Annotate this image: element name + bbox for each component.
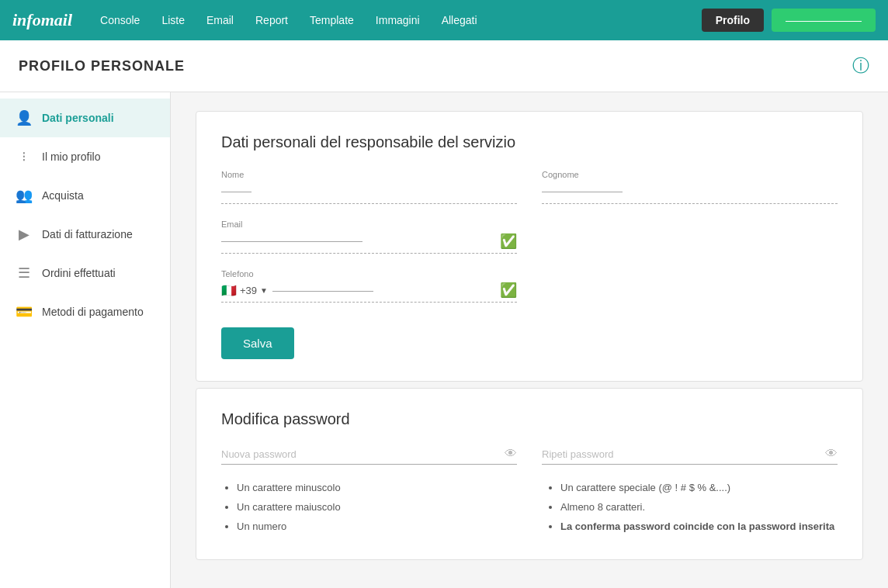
profilo-button[interactable]: Profilo (702, 9, 764, 32)
telefono-spacer (542, 269, 838, 303)
ripeti-password-eye-icon[interactable]: 👁 (825, 447, 838, 461)
change-password-title: Modifica password (221, 410, 838, 428)
email-input-wrapper: ✅ (221, 232, 517, 254)
orders-icon: ☰ (16, 265, 33, 282)
page-title: PROFILO PERSONALE (19, 58, 185, 74)
sidebar-item-il-mio-profilo[interactable]: ⁝ Il mio profilo (0, 137, 170, 176)
page-header: PROFILO PERSONALE ⓘ (0, 40, 888, 92)
logo[interactable]: infomail (12, 10, 72, 30)
phone-dropdown-arrow-icon[interactable]: ▼ (260, 286, 268, 295)
nome-label: Nome (221, 170, 517, 179)
requirements-right: Un carattere speciale (@ ! # $ % &....) … (545, 480, 838, 538)
main-layout: 👤 Dati personali ⁝ Il mio profilo 👥 Acqu… (0, 92, 888, 588)
telefono-label: Telefono (221, 269, 517, 278)
billing-icon: ▶ (16, 226, 33, 243)
sidebar: 👤 Dati personali ⁝ Il mio profilo 👥 Acqu… (0, 92, 171, 588)
nuova-password-wrapper: Nuova password 👁 (221, 447, 517, 465)
nav-liste[interactable]: Liste (152, 9, 194, 31)
user-account-button[interactable]: ——————— (772, 9, 876, 32)
help-icon[interactable]: ⓘ (852, 54, 869, 78)
phone-flag-icon: 🇮🇹 (221, 283, 237, 298)
save-row: Salva (221, 318, 838, 359)
phone-verified-icon: ✅ (500, 282, 517, 299)
phone-prefix: +39 (240, 285, 257, 296)
nome-input[interactable] (221, 182, 517, 200)
req-speciale: Un carattere speciale (@ ! # $ % &....) (560, 480, 838, 496)
acquista-icon: 👥 (16, 187, 33, 204)
req-lunghezza: Almeno 8 caratteri. (560, 500, 838, 516)
personal-data-card: Dati personali del responsabile del serv… (196, 111, 863, 382)
ripeti-password-group: Ripeti password 👁 (542, 447, 838, 465)
sidebar-item-acquista[interactable]: 👥 Acquista (0, 176, 170, 215)
sidebar-item-metodi-pagamento[interactable]: 💳 Metodi di pagamento (0, 292, 170, 331)
nuova-password-placeholder: Nuova password (221, 448, 297, 460)
save-button[interactable]: Salva (221, 327, 294, 359)
nuova-password-group: Nuova password 👁 (221, 447, 517, 465)
email-row: Email ✅ (221, 220, 838, 254)
phone-input[interactable] (272, 285, 495, 296)
cognome-group: Cognome (542, 170, 838, 204)
req-maiuscolo: Un carattere maiuscolo (237, 500, 514, 516)
nome-group: Nome (221, 170, 517, 204)
change-password-card: Modifica password Nuova password 👁 Ripet… (196, 388, 863, 560)
ripeti-password-placeholder: Ripeti password (542, 448, 614, 460)
cognome-input-wrapper (542, 182, 838, 204)
sidebar-item-ordini-effettuati[interactable]: ☰ Ordini effettuati (0, 254, 170, 292)
nav-console[interactable]: Console (91, 9, 149, 31)
nav-allegati[interactable]: Allegati (432, 9, 487, 31)
nuova-password-eye-icon[interactable]: 👁 (505, 447, 517, 461)
person-icon: 👤 (16, 109, 33, 126)
req-numero: Un numero (237, 519, 514, 535)
nav-template[interactable]: Template (300, 9, 363, 31)
cognome-label: Cognome (542, 170, 838, 179)
nav-links: Console Liste Email Report Template Imma… (91, 9, 702, 31)
phone-wrapper: 🇮🇹 +39 ▼ ✅ (221, 282, 517, 303)
email-group: Email ✅ (221, 220, 517, 254)
cognome-input[interactable] (542, 182, 838, 200)
email-spacer (542, 220, 838, 254)
sidebar-item-dati-fatturazione[interactable]: ▶ Dati di fatturazione (0, 215, 170, 254)
nav-email[interactable]: Email (197, 9, 243, 31)
payment-icon: 💳 (16, 303, 33, 320)
nav-right: Profilo ——————— (702, 9, 876, 32)
req-conferma: La conferma password coincide con la pas… (560, 519, 838, 535)
personal-data-title: Dati personali del responsabile del serv… (221, 133, 838, 151)
password-requirements: Un carattere minuscolo Un carattere maiu… (221, 480, 838, 538)
main-content: Dati personali del responsabile del serv… (171, 92, 888, 588)
top-navigation: infomail Console Liste Email Report Temp… (0, 0, 888, 40)
nav-immagini[interactable]: Immagini (366, 9, 429, 31)
email-verified-icon: ✅ (500, 233, 517, 250)
password-inputs-row: Nuova password 👁 Ripeti password 👁 (221, 447, 838, 465)
email-input[interactable] (221, 232, 495, 250)
ripeti-password-wrapper: Ripeti password 👁 (542, 447, 838, 465)
profile-icon: ⁝ (16, 148, 33, 165)
sidebar-item-dati-personali[interactable]: 👤 Dati personali (0, 99, 170, 137)
req-minuscolo: Un carattere minuscolo (237, 480, 514, 496)
requirements-left: Un carattere minuscolo Un carattere maiu… (221, 480, 514, 538)
nome-cognome-row: Nome Cognome (221, 170, 838, 204)
telefono-row: Telefono 🇮🇹 +39 ▼ ✅ (221, 269, 838, 303)
nome-input-wrapper (221, 182, 517, 204)
email-label: Email (221, 220, 517, 229)
nav-report[interactable]: Report (246, 9, 297, 31)
telefono-group: Telefono 🇮🇹 +39 ▼ ✅ (221, 269, 517, 303)
